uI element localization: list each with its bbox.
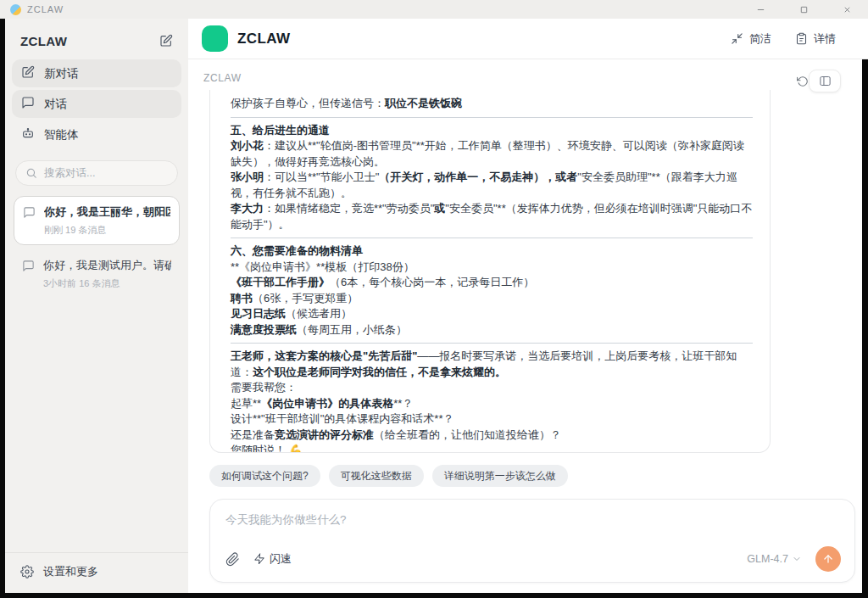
refresh-icon <box>797 75 809 87</box>
sidebar-item-label: 智能体 <box>44 127 79 143</box>
message-paragraph: 设计**"班干部培训"的具体课程内容和话术**？ <box>231 411 753 428</box>
message-divider <box>231 343 753 344</box>
conversation-item[interactable]: 你好，我是测试用户。请确... 3小时前 16 条消息 <box>14 250 180 298</box>
concise-label: 简洁 <box>749 31 771 47</box>
search-icon <box>25 167 37 179</box>
message-paragraph: 王老师，这套方案的核心是"先苦后甜"——报名时要写承诺，当选后要培训，上岗后要考… <box>231 349 753 380</box>
settings-and-more-button[interactable]: 设置和更多 <box>5 552 188 593</box>
conversation-title: 你好，我是测试用户。请确... <box>43 258 171 273</box>
message-paragraph: 您随时说！ 💪 <box>231 443 753 453</box>
message-divider <box>231 117 753 118</box>
peer-label: ZCLAW <box>203 72 242 84</box>
robot-icon <box>21 126 35 143</box>
speed-label: 闪速 <box>270 551 292 567</box>
suggestion-chip[interactable]: 可视化这些数据 <box>329 465 424 487</box>
model-label: GLM-4.7 <box>747 553 788 565</box>
message-paragraph: 起草**《岗位申请书》的具体表格**？ <box>231 396 753 412</box>
chat-bubble-icon <box>21 96 35 112</box>
conversation-item[interactable]: 你好，我是王丽华，朝阳区... 刚刚 19 条消息 <box>14 196 180 245</box>
close-button[interactable] <box>841 3 853 15</box>
suggestion-chip[interactable]: 详细说明第一步该怎么做 <box>432 465 568 487</box>
message-paragraph: 满意度投票纸（每周五用，小纸条） <box>231 322 753 338</box>
message-paragraph: 六、您需要准备的物料清单 <box>231 243 753 260</box>
message-input[interactable] <box>225 513 841 526</box>
sidebar: ZCLAW 新对话 对话 智能体 <box>5 19 188 593</box>
arrow-up-icon <box>822 553 834 565</box>
paperclip-icon <box>225 552 240 567</box>
chat-bubble-icon <box>23 206 36 222</box>
concise-mode-button[interactable]: 简洁 <box>731 31 771 47</box>
sidebar-item-agents[interactable]: 智能体 <box>12 120 181 148</box>
message-paragraph: 张小明：可以当**"节能小卫士"（开关灯，动作单一，不易走神），或者"安全委员助… <box>231 170 753 201</box>
main-content: ZCLAW 简洁 详情 ZCLAW <box>188 19 868 598</box>
minimize-button[interactable] <box>754 3 766 15</box>
brand-title: ZCLAW <box>237 31 290 48</box>
conversation-meta: 刚刚 19 条消息 <box>44 224 170 237</box>
detail-mode-button[interactable]: 详情 <box>795 31 836 47</box>
speed-mode-button[interactable]: 闪速 <box>253 551 292 567</box>
new-chat-compose-icon[interactable] <box>158 32 175 49</box>
message-paragraph: 刘小花：建议从**"轮值岗-图书管理员"**开始，工作简单（整理书）、环境安静、… <box>231 138 753 170</box>
brand-logo <box>202 25 228 52</box>
side-panel-toggle-button[interactable] <box>809 70 841 92</box>
window-edge-left <box>0 19 5 598</box>
search-placeholder: 搜索对话... <box>44 166 95 181</box>
sidebar-item-chats[interactable]: 对话 <box>12 90 181 118</box>
message-paragraph: 《班干部工作手册》（6本，每个核心岗一本，记录每日工作） <box>231 275 753 291</box>
lightning-icon <box>253 553 265 565</box>
window-edge-bottom <box>0 593 868 598</box>
maximize-button[interactable] <box>798 3 810 15</box>
sidebar-item-label: 对话 <box>44 97 67 112</box>
message-paragraph: 保护孩子自尊心，但传递信号：职位不是铁饭碗 <box>231 96 753 112</box>
message-paragraph: 还是准备竞选演讲的评分标准（给全班看的，让他们知道投给谁）？ <box>231 428 753 444</box>
window-edge-right <box>862 59 868 598</box>
message-paragraph: 需要我帮您： <box>231 380 753 396</box>
chat-toolbar: ZCLAW <box>188 59 868 90</box>
os-titlebar: ZCLAW <box>0 0 868 19</box>
clipboard-icon <box>795 32 808 45</box>
conversation-meta: 3小时前 16 条消息 <box>43 277 171 290</box>
sidebar-item-label: 新对话 <box>44 66 79 81</box>
message-body: 保护孩子自尊心，但传递信号：职位不是铁饭碗五、给后进生的通道刘小花：建议从**"… <box>231 96 753 453</box>
message-divider <box>231 238 753 238</box>
message-paragraph: 李大力：如果情绪稳定，竞选**"劳动委员"或"安全委员"**（发挥体力优势，但必… <box>231 201 753 232</box>
suggestion-chips: 如何调试这个问题? 可视化这些数据 详细说明第一步该怎么做 <box>209 465 868 487</box>
app-window: ZCLAW ZCLAW <box>0 0 868 598</box>
chat-bubble-icon <box>22 260 35 276</box>
message-paragraph: 五、给后进生的通道 <box>231 123 753 139</box>
collapse-icon <box>731 32 743 45</box>
main-header: ZCLAW 简洁 详情 <box>188 19 868 59</box>
chevron-down-icon <box>792 554 802 564</box>
suggestion-chip[interactable]: 如何调试这个问题? <box>209 465 320 487</box>
window-title: ZCLAW <box>27 4 64 14</box>
side-panel-icon <box>819 75 832 87</box>
attach-button[interactable] <box>225 552 240 567</box>
detail-label: 详情 <box>814 31 836 47</box>
assistant-message: 保护孩子自尊心，但传递信号：职位不是铁饭碗五、给后进生的通道刘小花：建议从**"… <box>209 90 771 453</box>
sidebar-item-new-chat[interactable]: 新对话 <box>12 59 181 87</box>
search-input[interactable]: 搜索对话... <box>15 160 178 186</box>
app-icon <box>10 4 21 15</box>
composer: 闪速 GLM-4.7 <box>209 499 855 583</box>
message-paragraph: **《岗位申请书》**模板（打印38份） <box>231 260 753 276</box>
gear-icon <box>20 565 34 578</box>
compose-icon <box>21 65 35 81</box>
sidebar-title: ZCLAW <box>20 34 67 48</box>
conversation-title: 你好，我是王丽华，朝阳区... <box>44 204 170 220</box>
send-button[interactable] <box>815 546 841 572</box>
model-selector[interactable]: GLM-4.7 <box>747 553 802 565</box>
message-paragraph: 见习日志纸（候选者用） <box>231 306 753 322</box>
settings-label: 设置和更多 <box>43 564 98 579</box>
message-paragraph: 聘书（6张，手写更郑重） <box>231 291 753 307</box>
